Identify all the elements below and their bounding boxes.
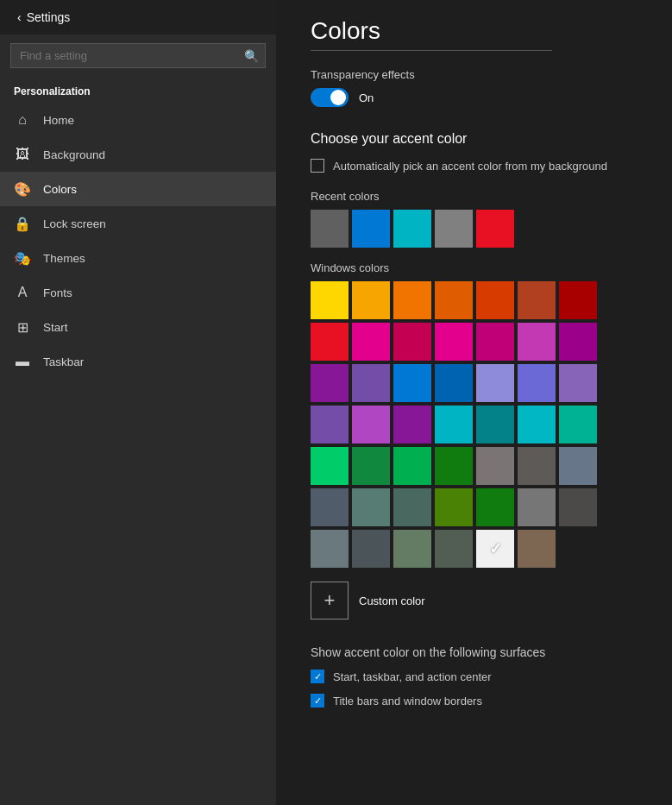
windows-color-swatch-39[interactable] [476, 488, 514, 526]
windows-color-swatch-13[interactable] [559, 323, 597, 361]
windows-color-swatch-40[interactable] [518, 488, 556, 526]
auto-pick-checkbox[interactable] [311, 159, 324, 173]
surface-checkbox-0[interactable] [311, 670, 324, 683]
windows-color-swatch-27[interactable] [559, 406, 597, 443]
windows-color-swatch-18[interactable] [476, 364, 514, 402]
windows-color-swatch-37[interactable] [393, 488, 431, 526]
windows-color-swatch-21[interactable] [311, 406, 349, 443]
sidebar-item-background[interactable]: 🖼 Background [0, 137, 276, 172]
surface-label-1: Title bars and window borders [333, 695, 482, 708]
windows-color-swatch-31[interactable] [435, 447, 473, 485]
recent-colors-grid [311, 210, 637, 248]
sidebar-item-label-lock-screen: Lock screen [43, 217, 106, 230]
sidebar-item-home[interactable]: ⌂ Home [0, 103, 276, 137]
recent-color-swatch-2[interactable] [393, 210, 431, 248]
sidebar-item-taskbar[interactable]: ▬ Taskbar [0, 344, 276, 379]
sidebar-item-label-themes: Themes [43, 252, 85, 265]
sidebar-item-label-fonts: Fonts [43, 286, 72, 299]
toggle-state-label: On [359, 91, 374, 104]
custom-color-label: Custom color [359, 594, 425, 607]
taskbar-icon: ▬ [14, 353, 31, 370]
toggle-row: On [311, 88, 637, 107]
sidebar: ‹ Settings 🔍 Personalization ⌂ Home 🖼 Ba… [0, 0, 276, 805]
windows-color-swatch-38[interactable] [435, 488, 473, 526]
personalization-label: Personalization [0, 77, 276, 103]
windows-color-swatch-15[interactable] [352, 364, 390, 402]
windows-color-swatch-12[interactable] [518, 323, 556, 361]
windows-color-swatch-41[interactable] [559, 488, 597, 526]
windows-color-swatch-46[interactable] [476, 530, 514, 568]
sidebar-item-lock-screen[interactable]: 🔒 Lock screen [0, 206, 276, 241]
sidebar-item-fonts[interactable]: A Fonts [0, 275, 276, 310]
windows-color-swatch-30[interactable] [393, 447, 431, 485]
windows-color-swatch-16[interactable] [393, 364, 431, 402]
windows-color-swatch-47[interactable] [518, 530, 556, 568]
fonts-icon: A [14, 284, 31, 301]
windows-color-swatch-1[interactable] [352, 281, 390, 319]
windows-color-swatch-29[interactable] [352, 447, 390, 485]
surface-checkbox-1[interactable] [311, 694, 324, 708]
windows-color-swatch-6[interactable] [559, 281, 597, 319]
sidebar-item-label-taskbar: Taskbar [43, 355, 84, 368]
plus-box: + [311, 582, 349, 619]
recent-colors-label: Recent colors [311, 190, 637, 203]
windows-color-swatch-28[interactable] [311, 447, 349, 485]
windows-color-swatch-25[interactable] [476, 406, 514, 443]
auto-pick-label: Automatically pick an accent color from … [333, 160, 607, 173]
windows-color-swatch-32[interactable] [476, 447, 514, 485]
title-divider [311, 50, 552, 51]
themes-icon: 🎭 [14, 249, 31, 267]
search-icon: 🔍 [244, 49, 259, 63]
page-title: Colors [311, 17, 637, 45]
windows-color-swatch-3[interactable] [435, 281, 473, 319]
windows-color-swatch-42[interactable] [311, 530, 349, 568]
auto-pick-row: Automatically pick an accent color from … [311, 159, 637, 173]
recent-color-swatch-4[interactable] [476, 210, 514, 248]
windows-color-swatch-34[interactable] [559, 447, 597, 485]
windows-color-swatch-33[interactable] [518, 447, 556, 485]
windows-color-swatch-17[interactable] [435, 364, 473, 402]
colors-icon: 🎨 [14, 180, 31, 198]
windows-color-swatch-4[interactable] [476, 281, 514, 319]
windows-color-swatch-35[interactable] [311, 488, 349, 526]
windows-color-swatch-43[interactable] [352, 530, 390, 568]
windows-color-swatch-45[interactable] [435, 530, 473, 568]
sidebar-item-label-colors: Colors [43, 183, 77, 196]
windows-color-swatch-9[interactable] [393, 323, 431, 361]
windows-color-swatch-26[interactable] [518, 406, 556, 443]
sidebar-item-themes[interactable]: 🎭 Themes [0, 241, 276, 275]
windows-colors-label: Windows colors [311, 261, 637, 274]
surface-label-0: Start, taskbar, and action center [333, 670, 492, 683]
search-input[interactable] [10, 43, 266, 68]
recent-color-swatch-1[interactable] [352, 210, 390, 248]
windows-color-swatch-10[interactable] [435, 323, 473, 361]
windows-color-swatch-11[interactable] [476, 323, 514, 361]
windows-color-swatch-22[interactable] [352, 406, 390, 443]
sidebar-header: ‹ Settings [0, 0, 276, 35]
main-content: Colors Transparency effects On Choose yo… [276, 0, 672, 805]
background-icon: 🖼 [14, 146, 31, 163]
recent-color-swatch-0[interactable] [311, 210, 349, 248]
home-icon: ⌂ [14, 111, 31, 129]
sidebar-item-start[interactable]: ⊞ Start [0, 310, 276, 344]
windows-color-swatch-24[interactable] [435, 406, 473, 443]
windows-color-swatch-44[interactable] [393, 530, 431, 568]
recent-color-swatch-3[interactable] [435, 210, 473, 248]
back-button[interactable]: ‹ Settings [10, 7, 77, 28]
back-icon: ‹ [17, 10, 22, 24]
custom-color-button[interactable]: + Custom color [311, 582, 425, 619]
windows-color-swatch-5[interactable] [518, 281, 556, 319]
search-box: 🔍 [10, 43, 266, 68]
windows-color-swatch-2[interactable] [393, 281, 431, 319]
surface-item-0: Start, taskbar, and action center [311, 670, 637, 683]
windows-color-swatch-36[interactable] [352, 488, 390, 526]
windows-color-swatch-23[interactable] [393, 406, 431, 443]
windows-color-swatch-8[interactable] [352, 323, 390, 361]
transparency-toggle[interactable] [311, 88, 349, 107]
windows-color-swatch-19[interactable] [518, 364, 556, 402]
windows-color-swatch-0[interactable] [311, 281, 349, 319]
windows-color-swatch-20[interactable] [559, 364, 597, 402]
windows-color-swatch-7[interactable] [311, 323, 349, 361]
windows-color-swatch-14[interactable] [311, 364, 349, 402]
sidebar-item-colors[interactable]: 🎨 Colors [0, 172, 276, 206]
